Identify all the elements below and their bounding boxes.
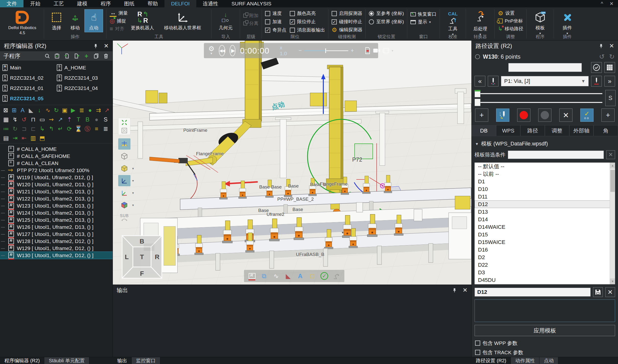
close-panel-icon[interactable]: ✕	[104, 42, 109, 49]
measure-button[interactable]: ↔测量	[110, 10, 128, 17]
limit-checkbox[interactable]: 奇异点	[265, 26, 286, 34]
statement-row[interactable]: PTP P72 Utool1 Uframe2 100%	[0, 167, 113, 174]
frames-toggle-button[interactable]: ▾	[118, 175, 130, 186]
menu-item[interactable]: 程序	[94, 0, 117, 7]
touchup-point-button[interactable]	[591, 76, 602, 87]
media-caret-icon[interactable]: ▾	[392, 49, 393, 52]
template-description-box[interactable]	[475, 299, 615, 322]
axes-toggle-button[interactable]: ▾	[118, 187, 130, 198]
play-button[interactable]: ▶	[230, 45, 235, 56]
search-icon[interactable]	[44, 53, 50, 59]
jump-to-point-button[interactable]	[488, 76, 499, 87]
dock-tab[interactable]: 动作属性	[511, 357, 539, 364]
template-list-item[interactable]: D10	[475, 185, 615, 193]
editor-tool-icon[interactable]: B	[83, 116, 92, 124]
editor-tool-icon[interactable]: S	[102, 116, 110, 124]
validate-button[interactable]: ✓	[319, 271, 329, 281]
add-subprogram-icon[interactable]: +	[83, 53, 90, 59]
close-panel-icon[interactable]: ✕	[463, 287, 467, 294]
editor-tool-icon[interactable]: ⊏	[29, 125, 37, 133]
limit-checkbox[interactable]: 加速	[265, 18, 286, 26]
editor-tool-icon[interactable]: Ⓢ	[83, 125, 92, 133]
add-point-after-button[interactable]: +	[601, 109, 615, 122]
editor-tool-icon[interactable]: ⊐	[20, 125, 28, 133]
chart-button[interactable]: ◣	[283, 271, 293, 281]
weld-display-button[interactable]	[247, 271, 257, 281]
editor-tool-icon[interactable]: ⌛	[74, 125, 82, 133]
robot-config-button[interactable]	[331, 271, 341, 281]
template-name-input[interactable]	[475, 288, 591, 297]
lock-radio[interactable]: 至世界 (坐标)	[369, 18, 404, 26]
move-path-button[interactable]: ↳移动路径	[498, 26, 523, 32]
template-list-item[interactable]: D1	[475, 178, 615, 185]
editor-tool-icon[interactable]: ↺	[20, 116, 28, 124]
jog-button[interactable]: ☝ 点动	[84, 9, 103, 32]
redo-icon[interactable]: ↻	[609, 53, 615, 61]
viewport-3d[interactable]: ⚙▾ ◀◀ ▶ 0:00:00 x 1.0 − + ▾	[113, 40, 471, 285]
editor-tool-icon[interactable]: ↳	[38, 125, 46, 133]
statement-row[interactable]: W120 [ Utool1, Uframe2, D13, () ]	[0, 181, 113, 188]
point-select-dropdown[interactable]: P1: Via, [J] ▼	[501, 76, 589, 86]
clear-filter-button[interactable]: ✕	[606, 150, 615, 159]
delete-template-button[interactable]: ✕	[605, 287, 615, 297]
editor-tool-icon[interactable]: ↗	[56, 116, 64, 124]
template-option-checkbox[interactable]: 包含 TRACK 参数	[475, 349, 615, 356]
statement-row[interactable]: # CALL A_SAFEHOME	[0, 153, 113, 160]
subprogram-item[interactable]: S R2ZC3214_02	[2, 73, 57, 82]
statement-row[interactable]: W130 [ Utool1, Uframe2, D12, () ]	[0, 252, 113, 259]
editor-tool-icon[interactable]: ▶	[69, 106, 77, 114]
editor-tool-icon[interactable]: ⇝	[47, 116, 55, 124]
statement-row[interactable]: W126 [ Utool1, Uframe2, D13, () ]	[0, 223, 113, 231]
move-button[interactable]: ↔↕ 移动	[66, 9, 84, 32]
pnp-coordinates-button[interactable]: PnP坐标	[498, 18, 523, 25]
point-table-button[interactable]	[604, 62, 615, 73]
editor-tool-icon[interactable]: ⇡	[65, 116, 73, 124]
rewind-button[interactable]: ◀◀	[219, 45, 225, 56]
add-point-before-button[interactable]: +	[475, 109, 488, 122]
apply-template-button[interactable]: 应用模板	[475, 325, 615, 336]
template-list-item[interactable]: D15	[475, 231, 615, 238]
editor-tool-icon[interactable]: ↓	[36, 106, 43, 114]
editor-tool-icon[interactable]: ↵	[56, 125, 64, 133]
editor-tool-icon[interactable]: ⇤	[20, 134, 28, 142]
template-list-item[interactable]: D15WAICE	[475, 238, 615, 246]
path-points-button[interactable]: ∿	[271, 271, 281, 281]
template-button[interactable]: 模板 ▾	[530, 9, 550, 36]
menu-item[interactable]: 帮助	[141, 0, 165, 7]
statement-row[interactable]: W123 [ Utool1, Uframe2, D13, () ]	[0, 202, 113, 209]
subprogram-item[interactable]: M Main	[2, 63, 57, 72]
template-list-item[interactable]: D14WAICE	[475, 223, 615, 231]
editor-tool-icon[interactable]: T	[74, 116, 82, 124]
dock-tab[interactable]: 点动	[539, 357, 558, 364]
zoom-fit-icon[interactable]	[121, 119, 127, 126]
editor-tool-icon[interactable]: ▦	[2, 116, 10, 124]
view-cube[interactable]: B L T R F	[122, 235, 162, 279]
statement-row[interactable]: W124 [ Utool1, Uframe2, D13, () ]	[0, 209, 113, 216]
editor-tool-icon[interactable]: ●	[86, 106, 94, 114]
attach-button[interactable]: 附加	[243, 12, 259, 19]
statement-row[interactable]: W125 [ Utool1, Uframe2, D13, () ]	[0, 216, 113, 223]
editor-tool-icon[interactable]: ∿	[44, 106, 51, 114]
statement-row[interactable]: W128 [ Utool1, Uframe2, D12, () ]	[0, 238, 113, 245]
menu-item[interactable]: DELFOI	[165, 0, 196, 7]
editor-tool-icon[interactable]: ↻	[53, 106, 60, 114]
template-list-item[interactable]: D22	[475, 261, 615, 269]
settings-tab[interactable]: DB	[472, 125, 496, 136]
move-to-point-button[interactable]	[496, 109, 509, 122]
template-filter-input[interactable]	[508, 151, 604, 159]
settings-tab[interactable]: 外部轴	[569, 125, 594, 136]
dock-tab[interactable]: Stäubli 单元配置	[44, 357, 89, 364]
verify-points-button[interactable]: ✓oo	[580, 109, 593, 122]
settings-tab[interactable]: 调整	[545, 125, 569, 136]
editor-tool-icon[interactable]: ↰	[47, 125, 55, 133]
dock-tab[interactable]: 输出	[113, 357, 132, 364]
close-icon[interactable]: ✕	[609, 1, 614, 7]
editor-tool-icon[interactable]: A	[19, 106, 26, 114]
next-point-button[interactable]: »	[604, 76, 615, 87]
sub-routines-button[interactable]: SUB	[118, 212, 130, 223]
editor-tool-icon[interactable]: ▤	[2, 134, 10, 142]
template-list-item[interactable]: D14	[475, 216, 615, 223]
template-list-item[interactable]: D2	[475, 254, 615, 261]
template-section-header[interactable]: ▼ 模板 (WPS_DataFile.wpsdf)	[472, 136, 618, 149]
tool-calibration-button[interactable]: CAL 工具 ▾	[443, 9, 463, 37]
